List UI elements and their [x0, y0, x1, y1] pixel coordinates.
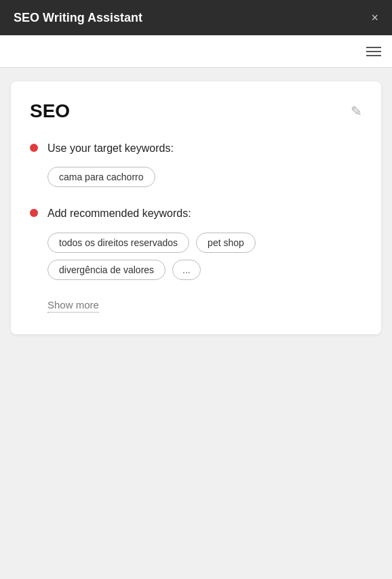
target-keywords-container: cama para cachorro: [30, 167, 362, 187]
close-button[interactable]: ×: [371, 12, 378, 24]
app-header: SEO Writing Assistant ×: [0, 0, 392, 35]
hamburger-line-2: [366, 51, 381, 52]
edit-icon[interactable]: ✎: [351, 103, 362, 119]
status-dot-recommended: [30, 209, 38, 217]
hamburger-line-3: [366, 55, 381, 56]
target-keywords-label: Use your target keywords:: [47, 141, 174, 156]
recommended-keywords-row: Add recommended keywords:: [30, 206, 362, 221]
keyword-more-tag[interactable]: ...: [172, 260, 201, 280]
app-title: SEO Writing Assistant: [14, 11, 142, 25]
recommended-keywords-container: todos os direitos reservados pet shop di…: [30, 233, 362, 280]
show-more-container: Show more: [30, 299, 362, 313]
target-keywords-row: Use your target keywords:: [30, 141, 362, 156]
keyword-tag: cama para cachorro: [47, 167, 155, 187]
hamburger-line-1: [366, 47, 381, 48]
main-content: SEO ✎ Use your target keywords: cama par…: [0, 68, 392, 348]
keyword-tag: divergência de valores: [47, 260, 165, 280]
status-dot-target: [30, 144, 38, 152]
keyword-tag: todos os direitos reservados: [47, 233, 189, 253]
keyword-tag: pet shop: [196, 233, 256, 253]
recommended-keywords-section: Add recommended keywords: todos os direi…: [30, 206, 362, 279]
recommended-keywords-label: Add recommended keywords:: [47, 206, 191, 221]
card-header: SEO ✎: [30, 100, 362, 122]
show-more-button[interactable]: Show more: [47, 299, 99, 313]
seo-card: SEO ✎ Use your target keywords: cama par…: [11, 81, 381, 334]
target-keywords-section: Use your target keywords: cama para cach…: [30, 141, 362, 187]
menu-icon[interactable]: [366, 47, 381, 56]
toolbar: [0, 35, 392, 68]
card-title: SEO: [30, 100, 70, 122]
